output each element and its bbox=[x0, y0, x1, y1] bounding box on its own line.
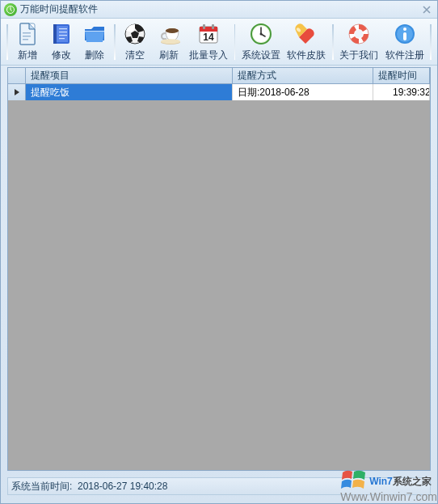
clear-button[interactable]: 清空 bbox=[118, 19, 152, 65]
app-icon bbox=[4, 3, 17, 16]
col-header-name[interactable]: 提醒项目 bbox=[26, 68, 233, 83]
separator bbox=[234, 24, 236, 60]
calendar-icon: 14 bbox=[196, 21, 221, 47]
svg-rect-11 bbox=[59, 38, 65, 39]
table-row[interactable]: 提醒吃饭 日期:2018-06-28 19:39:32 bbox=[8, 84, 430, 100]
svg-point-28 bbox=[355, 30, 363, 38]
settings-label: 系统设置 bbox=[242, 49, 280, 62]
ball-icon bbox=[122, 21, 148, 47]
svg-text:14: 14 bbox=[203, 32, 214, 43]
grid-header: 提醒项目 提醒方式 提醒时间 bbox=[8, 68, 430, 84]
folder-icon bbox=[82, 21, 107, 47]
cell-time[interactable]: 19:39:32 bbox=[373, 84, 430, 100]
delete-label: 删除 bbox=[85, 49, 104, 62]
app-window: 万能时间提醒软件 新增 修改 删除 bbox=[0, 0, 438, 504]
svg-rect-2 bbox=[23, 32, 31, 34]
add-label: 新增 bbox=[18, 49, 37, 62]
cell-method[interactable]: 日期:2018-06-28 bbox=[233, 84, 373, 100]
svg-point-17 bbox=[161, 39, 180, 44]
cup-icon bbox=[156, 21, 182, 47]
svg-rect-32 bbox=[403, 32, 406, 40]
register-button[interactable]: 软件注册 bbox=[381, 19, 427, 65]
refresh-button[interactable]: 刷新 bbox=[152, 19, 186, 65]
import-label: 批量导入 bbox=[189, 49, 228, 62]
notebook-icon bbox=[48, 21, 74, 47]
delete-button[interactable]: 删除 bbox=[78, 19, 112, 65]
separator bbox=[332, 24, 334, 60]
edit-button[interactable]: 修改 bbox=[44, 19, 78, 65]
refresh-label: 刷新 bbox=[159, 49, 179, 62]
settings-button[interactable]: 系统设置 bbox=[238, 19, 284, 65]
cell-name[interactable]: 提醒吃饭 bbox=[26, 84, 233, 100]
svg-point-25 bbox=[259, 33, 262, 36]
col-header-time[interactable]: 提醒时间 bbox=[373, 68, 430, 83]
statusbar: 系统当前时间: 2018-06-27 19:40:28 bbox=[7, 477, 431, 495]
row-marker-header bbox=[8, 68, 26, 83]
svg-rect-3 bbox=[23, 36, 31, 37]
about-button[interactable]: 关于我们 bbox=[336, 19, 382, 65]
toolbar: 新增 修改 删除 清空 刷新 bbox=[1, 19, 437, 66]
svg-point-31 bbox=[403, 28, 406, 31]
app-title: 万能时间提醒软件 bbox=[20, 2, 98, 16]
separator bbox=[114, 24, 116, 60]
svg-rect-20 bbox=[203, 24, 205, 29]
lifebuoy-icon bbox=[346, 21, 372, 47]
clear-label: 清空 bbox=[125, 49, 145, 62]
skin-button[interactable]: 软件皮肤 bbox=[284, 19, 330, 65]
svg-rect-7 bbox=[53, 24, 57, 44]
svg-point-15 bbox=[166, 28, 179, 33]
close-button[interactable] bbox=[419, 3, 434, 16]
svg-rect-4 bbox=[23, 39, 28, 40]
svg-rect-9 bbox=[59, 32, 67, 32]
row-marker-icon bbox=[8, 84, 26, 100]
pill-icon bbox=[293, 21, 319, 47]
grid-area: 提醒项目 提醒方式 提醒时间 提醒吃饭 日期:2018-06-28 19:39:… bbox=[7, 67, 431, 471]
svg-rect-10 bbox=[59, 35, 67, 36]
skin-label: 软件皮肤 bbox=[287, 49, 326, 62]
svg-rect-8 bbox=[59, 28, 67, 29]
separator bbox=[6, 24, 8, 60]
titlebar: 万能时间提醒软件 bbox=[1, 1, 437, 19]
import-button[interactable]: 14 批量导入 bbox=[186, 19, 232, 65]
clock-icon bbox=[248, 21, 274, 47]
status-time: 2018-06-27 19:40:28 bbox=[78, 481, 167, 492]
about-label: 关于我们 bbox=[339, 49, 378, 62]
svg-rect-21 bbox=[212, 24, 214, 29]
col-header-method[interactable]: 提醒方式 bbox=[233, 68, 373, 83]
separator bbox=[430, 24, 432, 60]
register-label: 软件注册 bbox=[385, 49, 424, 62]
document-icon bbox=[15, 21, 40, 47]
status-label: 系统当前时间: bbox=[11, 480, 72, 493]
edit-label: 修改 bbox=[52, 49, 71, 62]
add-button[interactable]: 新增 bbox=[11, 19, 44, 65]
grid-body: 提醒吃饭 日期:2018-06-28 19:39:32 bbox=[8, 84, 430, 100]
info-icon bbox=[392, 21, 418, 47]
